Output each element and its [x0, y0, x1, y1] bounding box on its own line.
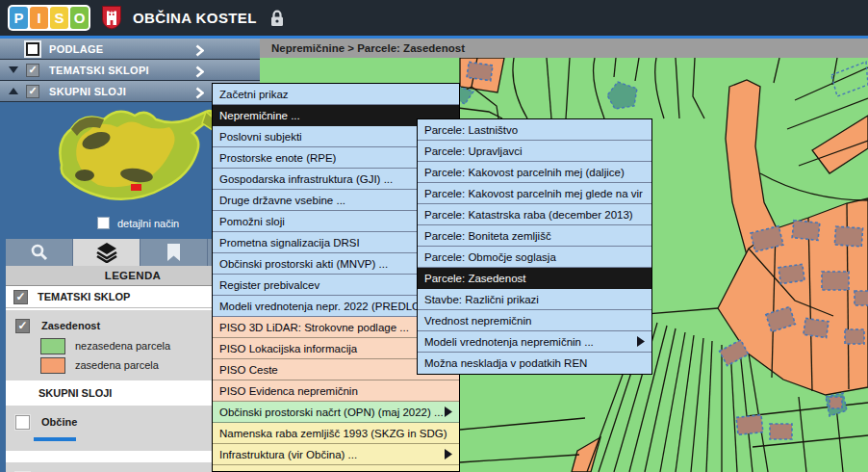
menu-item-label: Parcele: Območje soglasja: [424, 251, 556, 263]
menu-item-label: Pomožni sloji: [219, 216, 285, 227]
menu-item-label: Parcele: Boniteta zemljišč: [424, 230, 551, 242]
menu-item-label: Modeli vrednotenja nepremičnin ...: [424, 336, 594, 348]
panel-label: TEMATSKI SKLOPI: [49, 65, 149, 76]
menu-item-label: Parcele: Katastrska raba (december 2013): [424, 209, 633, 221]
menu-item[interactable]: Modeli vrednotenja nepremičnin ...: [418, 331, 651, 353]
chevron-right-icon: [195, 43, 204, 61]
submenu-arrow-icon: [445, 406, 452, 417]
menu-item-label: Občinski prostorski akti (MNVP) ...: [219, 258, 388, 270]
menu-item[interactable]: Parcele: Kakovost parcelnih mej (daljice…: [418, 162, 651, 183]
menu-item[interactable]: [213, 465, 459, 472]
menu-item-label: PISO Ceste: [219, 364, 278, 376]
menu-item[interactable]: Namenska raba zemljišč 1993 (SKZG in SDG…: [213, 423, 459, 444]
menu-item[interactable]: PISO Evidenca nepremičnin: [213, 380, 459, 402]
layer-checkbox[interactable]: [15, 319, 30, 333]
menu-item[interactable]: Občinski prostorski načrt (OPN) (maj 202…: [213, 402, 459, 423]
menu-item[interactable]: Parcele: Območje soglasja: [418, 247, 651, 268]
panel-label: PODLAGE: [49, 43, 104, 55]
menu-item[interactable]: Infrastruktura (vir Občina) ...: [213, 444, 459, 465]
menu-item[interactable]: Parcele: Zasedenost: [418, 268, 651, 289]
lock-icon[interactable]: [269, 9, 285, 28]
search-tab[interactable]: [6, 239, 73, 266]
menu-item[interactable]: Začetni prikaz: [213, 84, 459, 105]
layers-icon: [95, 242, 118, 263]
menu-item-label: Začetni prikaz: [219, 89, 289, 100]
overview-marker: [131, 184, 141, 191]
panel-label: SKUPNI SLOJI: [49, 86, 126, 97]
menu-item-label: Parcele: Kakovost parcelnih mej (daljice…: [424, 167, 625, 178]
menu-item[interactable]: Možna neskladja v podatkih REN: [418, 353, 651, 374]
menu-item-label: Parcele: Upravljavci: [424, 145, 523, 157]
submenu-arrow-icon: [445, 449, 452, 459]
bookmark-tab[interactable]: [140, 239, 208, 266]
menu-item[interactable]: Parcele: Boniteta zemljišč: [418, 225, 651, 247]
line-swatch: [34, 437, 76, 441]
detail-mode-label: detajlni način: [117, 218, 179, 229]
menu-item-label: Namenska raba zemljišč 1993 (SKZG in SDG…: [219, 428, 447, 439]
panel-header-podlage[interactable]: PODLAGE: [0, 39, 260, 60]
accent-line: [0, 36, 868, 39]
menu-item-label: PISO Evidenca nepremičnin: [219, 385, 358, 397]
menu-item-label: Možna neskladja v podatkih REN: [424, 357, 587, 369]
detail-mode-toggle[interactable]: detajlni način: [97, 217, 179, 229]
menu-item[interactable]: Vrednost nepremičnin: [418, 310, 651, 331]
panel-checkbox[interactable]: [26, 42, 39, 56]
menu-item-label: Prometna signalizacija DRSI: [219, 237, 360, 249]
menu-item[interactable]: Parcele: Lastništvo: [418, 119, 651, 141]
detail-mode-checkbox[interactable]: [97, 217, 110, 229]
layers-tab[interactable]: [73, 239, 140, 266]
legend-swatch: [40, 338, 65, 354]
menu-item-label: Poslovni subjekti: [219, 131, 302, 143]
panel-checkbox[interactable]: [26, 85, 39, 98]
menu-item-label: Infrastruktura (vir Občina) ...: [219, 449, 357, 460]
logo-letter-tile: P: [10, 7, 28, 29]
legend-swatch: [40, 357, 65, 374]
logo-letter-tile: S: [50, 7, 68, 29]
menu-item-label: Gospodarska infrastruktura (GJI) ...: [219, 173, 393, 185]
logo-letter-tile: I: [30, 7, 48, 29]
context-submenu: Parcele: LastništvoParcele: UpravljavciP…: [417, 118, 652, 375]
legend-item-label: nezasedena parcela: [75, 340, 170, 352]
menu-item-label: PISO Lokacijska informacija: [219, 343, 357, 354]
menu-item-label: Parcele: Zasedenost: [424, 273, 525, 284]
piso-logo[interactable]: PISO: [8, 5, 90, 31]
legend-item-label: zasedena parcela: [75, 359, 159, 371]
menu-item-label: PISO 3D LiDAR: Strokovne podlage ...: [219, 322, 409, 333]
common-layer-label: Občine: [41, 416, 77, 428]
bookmark-icon: [166, 244, 181, 262]
menu-item[interactable]: Parcele: Upravljavci: [418, 141, 651, 162]
menu-item-label: Občinski prostorski načrt (OPN) (maj 202…: [219, 406, 444, 418]
triangle-down-icon: [9, 66, 18, 73]
layer-label: Zasedenost: [41, 320, 100, 331]
menu-item-label: Stavbe: Različni prikazi: [424, 294, 539, 305]
menu-item[interactable]: Parcele: Katastrska raba (december 2013): [418, 204, 651, 225]
menu-item-label: Register prebivalcev: [219, 279, 319, 291]
menu-item[interactable]: Stavbe: Različni prikazi: [418, 289, 651, 310]
menu-item-label: Druge državne vsebine ...: [219, 195, 345, 206]
common-layer-checkbox[interactable]: [15, 415, 30, 430]
breadcrumb: Nepremičnine > Parcele: Zasedenost: [260, 39, 868, 58]
menu-item[interactable]: Parcele: Kakovost parcelnih mej glede na…: [418, 183, 651, 204]
thematic-group-label: TEMATSKI SKLOP: [38, 291, 130, 302]
panel-header-tematski-sklopi[interactable]: TEMATSKI SKLOPI: [0, 60, 260, 81]
panel-checkbox[interactable]: [26, 64, 39, 77]
chevron-right-icon: [195, 65, 204, 82]
municipality-title: OBČINA KOSTEL: [133, 10, 257, 26]
triangle-up-icon: [9, 88, 18, 94]
menu-item-label: Parcele: Kakovost parcelnih mej glede na…: [424, 188, 643, 199]
menu-item-label: Parcele: Lastništvo: [424, 124, 518, 136]
logo-letter-tile: O: [70, 7, 89, 29]
chevron-right-icon: [195, 86, 204, 103]
coat-of-arms-icon: [101, 5, 122, 31]
menu-item-label: Nepremičnine ...: [219, 110, 300, 121]
submenu-arrow-icon: [637, 336, 645, 347]
menu-item-label: Modeli vrednotenja nepr. 2022 (PREDLOG) …: [219, 301, 446, 312]
no-collapse-icon: [9, 45, 18, 52]
top-bar: PISO OBČINA KOSTEL: [0, 0, 868, 36]
search-icon: [30, 243, 49, 262]
thematic-group-checkbox[interactable]: [13, 290, 28, 304]
menu-item-label: Prostorske enote (RPE): [219, 152, 336, 164]
menu-item-label: Vrednost nepremičnin: [424, 315, 531, 327]
